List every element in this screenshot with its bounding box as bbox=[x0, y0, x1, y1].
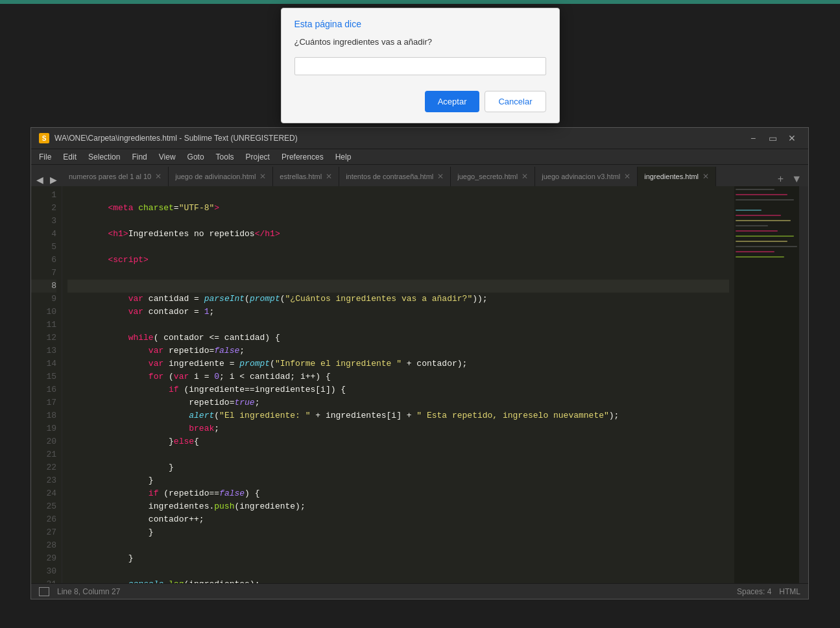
window-controls: − ▭ ✕ bbox=[745, 132, 800, 145]
spaces-indicator: Spaces: 4 bbox=[737, 587, 771, 596]
status-icon bbox=[39, 587, 49, 596]
svg-rect-7 bbox=[736, 230, 778, 232]
line-numbers: 1 2 3 4 5 6 7 8 9 10 11 12 13 14 15 16 1… bbox=[31, 186, 62, 583]
svg-rect-4 bbox=[736, 215, 781, 216]
svg-rect-3 bbox=[736, 210, 762, 211]
minimap bbox=[734, 186, 799, 583]
menu-project[interactable]: Project bbox=[241, 151, 275, 163]
language-indicator: HTML bbox=[779, 587, 800, 596]
code-line: alert("El ingrediente: " + ingredientes[… bbox=[67, 396, 729, 409]
tab-list-button[interactable]: ▼ bbox=[787, 172, 806, 186]
code-line: var contador = 1; bbox=[67, 293, 729, 306]
code-line: }else{ bbox=[67, 422, 729, 435]
tab-estrellas[interactable]: estrellas.html ✕ bbox=[273, 167, 339, 186]
tab-nav: ◀ ▶ bbox=[31, 173, 62, 186]
sublime-window: S WA\ONE\Carpeta\ingredientes.html - Sub… bbox=[30, 127, 809, 599]
browser-topbar bbox=[0, 0, 840, 4]
menu-file[interactable]: File bbox=[34, 151, 56, 163]
code-line: if (repetido==false) { bbox=[67, 474, 729, 487]
tab-numeros-pares[interactable]: numeros pares del 1 al 10 ✕ bbox=[62, 167, 169, 186]
tab-close-icon[interactable]: ✕ bbox=[326, 172, 332, 181]
maximize-button[interactable]: ▭ bbox=[764, 132, 781, 145]
menu-goto[interactable]: Goto bbox=[182, 151, 210, 163]
title-bar: S WA\ONE\Carpeta\ingredientes.html - Sub… bbox=[31, 128, 808, 149]
menu-find[interactable]: Find bbox=[126, 151, 152, 163]
dialog-box[interactable]: Esta página dice ¿Cuántos ingredientes v… bbox=[281, 8, 560, 123]
tab-close-icon[interactable]: ✕ bbox=[522, 172, 528, 181]
tab-close-icon[interactable]: ✕ bbox=[702, 172, 709, 181]
code-line: contador++; bbox=[67, 500, 729, 513]
dialog-title: Esta página dice bbox=[282, 8, 559, 34]
svg-rect-10 bbox=[736, 246, 797, 247]
window-title: WA\ONE\Carpeta\ingredientes.html - Subli… bbox=[54, 134, 298, 143]
code-line bbox=[67, 552, 729, 565]
menu-view[interactable]: View bbox=[154, 151, 181, 163]
code-line bbox=[67, 526, 729, 539]
svg-rect-2 bbox=[736, 199, 794, 200]
tab-close-icon[interactable]: ✕ bbox=[259, 172, 266, 181]
menu-edit[interactable]: Edit bbox=[58, 151, 82, 163]
dialog-input[interactable] bbox=[294, 57, 546, 75]
app-icon: S bbox=[39, 133, 49, 143]
svg-rect-11 bbox=[736, 251, 774, 252]
scrollbar[interactable] bbox=[799, 186, 808, 583]
code-line bbox=[67, 306, 729, 319]
tab-juego-secreto[interactable]: juego_secreto.html ✕ bbox=[451, 167, 535, 186]
code-line: for (var i = 0; i < cantidad; i++) { bbox=[67, 357, 729, 370]
menu-help[interactable]: Help bbox=[330, 151, 357, 163]
tab-close-icon[interactable]: ✕ bbox=[624, 172, 630, 181]
code-line: var ingrediente = prompt("Informe el ing… bbox=[67, 344, 729, 357]
tab-ingredientes[interactable]: ingredientes.html ✕ bbox=[638, 167, 716, 186]
tab-prev-button[interactable]: ◀ bbox=[34, 173, 46, 186]
code-line-current: var cantidad = parseInt(prompt("¿Cuántos… bbox=[67, 280, 729, 293]
code-line: <meta charset="UTF-8"> bbox=[67, 189, 729, 202]
code-line bbox=[67, 202, 729, 215]
dialog-message: ¿Cuántos ingredientes vas a añadir? bbox=[282, 34, 559, 54]
svg-rect-12 bbox=[736, 256, 784, 258]
dialog-buttons: Aceptar Cancelar bbox=[282, 86, 559, 123]
svg-rect-0 bbox=[736, 189, 774, 190]
code-line: } bbox=[67, 461, 729, 474]
editor-area: 1 2 3 4 5 6 7 8 9 10 11 12 13 14 15 16 1… bbox=[31, 186, 808, 583]
minimize-button[interactable]: − bbox=[745, 132, 762, 145]
accept-button[interactable]: Aceptar bbox=[425, 91, 480, 112]
code-line bbox=[67, 254, 729, 267]
code-line bbox=[67, 228, 729, 241]
code-line: <h1>Ingredientes no repetidos</h1> bbox=[67, 215, 729, 228]
menu-tools[interactable]: Tools bbox=[211, 151, 239, 163]
tab-next-button[interactable]: ▶ bbox=[47, 173, 60, 186]
tab-actions: + ▼ bbox=[774, 172, 808, 186]
svg-rect-9 bbox=[736, 241, 787, 242]
close-button[interactable]: ✕ bbox=[784, 132, 800, 145]
code-line: } bbox=[67, 448, 729, 461]
code-line: if (ingrediente==ingredientes[i]) { bbox=[67, 370, 729, 383]
tab-intentos-contrasena[interactable]: intentos de contraseña.html ✕ bbox=[339, 167, 451, 186]
status-left: Line 8, Column 27 bbox=[39, 587, 120, 596]
code-line: var repetido=false; bbox=[67, 332, 729, 344]
code-line bbox=[67, 435, 729, 448]
code-line: repetido=true; bbox=[67, 383, 729, 396]
menu-bar: File Edit Selection Find View Goto Tools… bbox=[31, 149, 808, 164]
menu-selection[interactable]: Selection bbox=[83, 151, 125, 163]
svg-rect-6 bbox=[736, 225, 768, 226]
tab-juego-adivinacion[interactable]: juego de adivinacion.html ✕ bbox=[169, 167, 273, 186]
status-right: Spaces: 4 HTML bbox=[737, 587, 800, 596]
code-line: console.log(ingredientes); bbox=[67, 565, 729, 578]
code-line: <script> bbox=[67, 241, 729, 254]
menu-preferences[interactable]: Preferences bbox=[276, 151, 329, 163]
code-editor[interactable]: <meta charset="UTF-8"> <h1>Ingredientes … bbox=[62, 186, 734, 583]
tab-juego-v3[interactable]: juego advinacion v3.html ✕ bbox=[535, 167, 638, 186]
line-column-indicator: Line 8, Column 27 bbox=[57, 587, 120, 596]
svg-rect-1 bbox=[736, 194, 787, 195]
cancel-button[interactable]: Cancelar bbox=[485, 91, 546, 112]
tab-bar: ◀ ▶ numeros pares del 1 al 10 ✕ juego de… bbox=[31, 164, 808, 186]
svg-rect-5 bbox=[736, 220, 791, 221]
code-line: break; bbox=[67, 409, 729, 422]
tab-close-icon[interactable]: ✕ bbox=[437, 172, 444, 181]
dialog-input-wrapper bbox=[282, 54, 559, 86]
new-tab-button[interactable]: + bbox=[774, 172, 787, 186]
tab-close-icon[interactable]: ✕ bbox=[155, 172, 162, 181]
code-line bbox=[67, 578, 729, 583]
code-line: while( contador <= cantidad) { bbox=[67, 319, 729, 332]
code-line: } bbox=[67, 513, 729, 526]
